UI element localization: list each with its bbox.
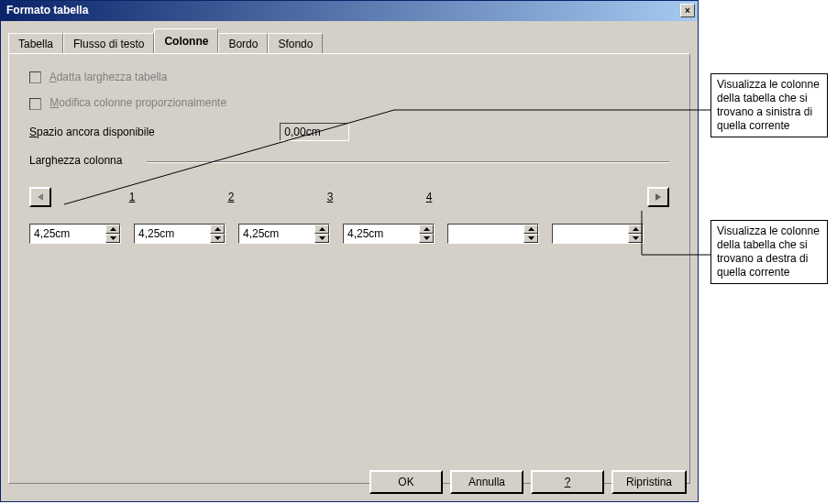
col-width-3 bbox=[238, 224, 330, 244]
column-width-inputs bbox=[29, 224, 669, 244]
svg-marker-5 bbox=[215, 236, 221, 240]
col-header-3: 3 bbox=[281, 191, 380, 203]
titlebar[interactable]: Formato tabella × bbox=[1, 1, 698, 21]
col-width-4-input[interactable] bbox=[344, 225, 419, 243]
svg-marker-10 bbox=[528, 227, 534, 231]
tab-tabella[interactable]: Tabella bbox=[8, 33, 63, 54]
spin-down-icon bbox=[424, 236, 430, 240]
annulla-button[interactable]: Annulla bbox=[450, 470, 523, 494]
spin-down-icon bbox=[110, 236, 116, 240]
spazio-value: 0,00cm bbox=[280, 123, 349, 141]
col-width-2 bbox=[134, 224, 226, 244]
spin-down-icon bbox=[319, 236, 325, 240]
checkbox-modifica bbox=[29, 98, 41, 110]
larghezza-label: Larghezza colonna bbox=[29, 154, 122, 167]
svg-marker-13 bbox=[633, 236, 639, 240]
col-width-4-up[interactable] bbox=[419, 225, 434, 234]
col-header-4: 4 bbox=[380, 191, 479, 203]
col-width-2-down[interactable] bbox=[210, 234, 225, 243]
spin-down-icon bbox=[633, 236, 639, 240]
checkbox-modifica-label: Modifica colonne proporzionalmente bbox=[50, 96, 226, 109]
svg-marker-8 bbox=[424, 227, 430, 231]
svg-marker-4 bbox=[215, 227, 221, 231]
button-bar: OK Annulla ? Ripristina bbox=[369, 465, 698, 501]
spin-up-icon bbox=[424, 227, 430, 231]
col-width-5-up[interactable] bbox=[523, 225, 538, 234]
arrow-left-icon bbox=[36, 192, 45, 202]
col-width-6-up[interactable] bbox=[628, 225, 643, 234]
col-width-2-input[interactable] bbox=[135, 225, 210, 243]
tab-bordo[interactable]: Bordo bbox=[218, 33, 268, 54]
close-button[interactable]: × bbox=[680, 4, 695, 17]
spin-up-icon bbox=[633, 227, 639, 231]
svg-marker-6 bbox=[319, 227, 325, 231]
col-width-3-up[interactable] bbox=[314, 225, 329, 234]
help-button[interactable]: ? bbox=[531, 470, 604, 494]
tab-colonne[interactable]: Colonne bbox=[154, 28, 218, 53]
col-width-6-input[interactable] bbox=[553, 225, 628, 243]
svg-marker-9 bbox=[424, 236, 430, 240]
svg-marker-3 bbox=[110, 236, 116, 240]
col-width-1-up[interactable] bbox=[105, 225, 120, 234]
svg-marker-7 bbox=[319, 236, 325, 240]
callout-nav-right: Visualizza le colonne della tabella che … bbox=[710, 220, 828, 284]
fieldset-separator bbox=[147, 161, 669, 163]
tabstrip: Tabella Flusso di testo Colonne Bordo Sf… bbox=[1, 21, 698, 53]
svg-marker-1 bbox=[655, 193, 661, 201]
col-width-1 bbox=[29, 224, 121, 244]
col-width-4-down[interactable] bbox=[419, 234, 434, 243]
spin-down-icon bbox=[215, 236, 221, 240]
spin-up-icon bbox=[110, 227, 116, 231]
col-width-5 bbox=[447, 224, 539, 244]
col-width-5-input[interactable] bbox=[448, 225, 523, 243]
spin-up-icon bbox=[215, 227, 221, 231]
col-width-3-down[interactable] bbox=[314, 234, 329, 243]
callout-nav-left: Visualizza le colonne della tabella che … bbox=[710, 73, 828, 137]
svg-marker-2 bbox=[110, 227, 116, 231]
col-width-6-down[interactable] bbox=[628, 234, 643, 243]
arrow-right-icon bbox=[654, 192, 663, 202]
col-header-2: 2 bbox=[182, 191, 281, 203]
checkbox-adatta-row: Adatta larghezza tabella bbox=[29, 71, 669, 83]
spin-up-icon bbox=[319, 227, 325, 231]
col-width-6 bbox=[552, 224, 644, 244]
column-headers: 1 2 3 4 bbox=[29, 187, 669, 207]
nav-left-button[interactable] bbox=[29, 187, 51, 207]
nav-right-button[interactable] bbox=[647, 187, 669, 207]
checkbox-modifica-row: Modifica colonne proporzionalmente bbox=[29, 96, 669, 109]
spin-up-icon bbox=[528, 227, 534, 231]
tabpage-colonne: Adatta larghezza tabella Modifica colonn… bbox=[8, 53, 690, 484]
checkbox-adatta-label: Adatta larghezza tabella bbox=[50, 71, 168, 83]
ripristina-button[interactable]: Ripristina bbox=[611, 470, 687, 494]
col-width-1-input[interactable] bbox=[30, 225, 105, 243]
col-width-5-down[interactable] bbox=[523, 234, 538, 243]
table-format-dialog: Formato tabella × Tabella Flusso di test… bbox=[0, 0, 699, 502]
close-icon: × bbox=[685, 5, 690, 16]
spin-down-icon bbox=[528, 236, 534, 240]
col-width-3-input[interactable] bbox=[239, 225, 314, 243]
col-header-1: 1 bbox=[83, 191, 182, 203]
checkbox-adatta bbox=[29, 71, 41, 83]
larghezza-fieldset: Larghezza colonna bbox=[29, 154, 669, 167]
window-title: Formato tabella bbox=[6, 4, 88, 16]
svg-marker-12 bbox=[633, 227, 639, 231]
spazio-row: Spazio ancora disponibile 0,00cm bbox=[29, 123, 669, 141]
spazio-label: Spazio ancora disponibile bbox=[29, 126, 277, 138]
col-width-1-down[interactable] bbox=[105, 234, 120, 243]
tab-flusso[interactable]: Flusso di testo bbox=[63, 33, 154, 54]
tab-sfondo[interactable]: Sfondo bbox=[268, 33, 323, 54]
svg-marker-11 bbox=[528, 236, 534, 240]
ok-button[interactable]: OK bbox=[369, 470, 443, 494]
svg-marker-0 bbox=[38, 193, 43, 201]
col-width-4 bbox=[343, 224, 435, 244]
col-width-2-up[interactable] bbox=[210, 225, 225, 234]
